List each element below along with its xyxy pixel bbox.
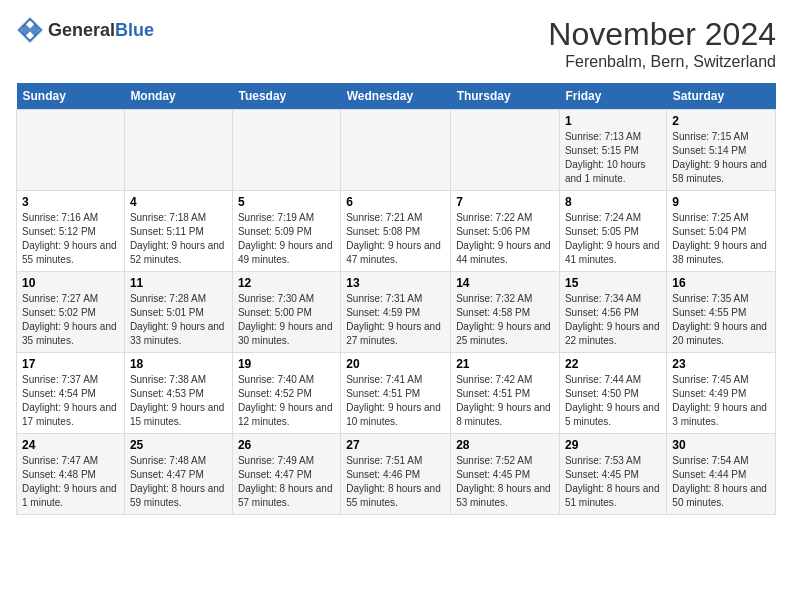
- calendar-cell: 21Sunrise: 7:42 AM Sunset: 4:51 PM Dayli…: [451, 353, 560, 434]
- day-info: Sunrise: 7:37 AM Sunset: 4:54 PM Dayligh…: [22, 373, 119, 429]
- day-info: Sunrise: 7:49 AM Sunset: 4:47 PM Dayligh…: [238, 454, 335, 510]
- day-number: 3: [22, 195, 119, 209]
- calendar-cell: 6Sunrise: 7:21 AM Sunset: 5:08 PM Daylig…: [341, 191, 451, 272]
- day-number: 11: [130, 276, 227, 290]
- day-info: Sunrise: 7:54 AM Sunset: 4:44 PM Dayligh…: [672, 454, 770, 510]
- week-row-2: 3Sunrise: 7:16 AM Sunset: 5:12 PM Daylig…: [17, 191, 776, 272]
- calendar-cell: 7Sunrise: 7:22 AM Sunset: 5:06 PM Daylig…: [451, 191, 560, 272]
- calendar-cell: [232, 110, 340, 191]
- day-info: Sunrise: 7:40 AM Sunset: 4:52 PM Dayligh…: [238, 373, 335, 429]
- calendar-cell: 19Sunrise: 7:40 AM Sunset: 4:52 PM Dayli…: [232, 353, 340, 434]
- day-number: 30: [672, 438, 770, 452]
- day-info: Sunrise: 7:38 AM Sunset: 4:53 PM Dayligh…: [130, 373, 227, 429]
- day-number: 12: [238, 276, 335, 290]
- week-row-4: 17Sunrise: 7:37 AM Sunset: 4:54 PM Dayli…: [17, 353, 776, 434]
- day-number: 26: [238, 438, 335, 452]
- week-row-3: 10Sunrise: 7:27 AM Sunset: 5:02 PM Dayli…: [17, 272, 776, 353]
- day-number: 25: [130, 438, 227, 452]
- logo-text-blue: Blue: [115, 20, 154, 41]
- weekday-header-monday: Monday: [124, 83, 232, 110]
- weekday-header-saturday: Saturday: [667, 83, 776, 110]
- calendar-cell: 20Sunrise: 7:41 AM Sunset: 4:51 PM Dayli…: [341, 353, 451, 434]
- weekday-header-sunday: Sunday: [17, 83, 125, 110]
- day-info: Sunrise: 7:28 AM Sunset: 5:01 PM Dayligh…: [130, 292, 227, 348]
- weekday-header-tuesday: Tuesday: [232, 83, 340, 110]
- calendar-cell: 10Sunrise: 7:27 AM Sunset: 5:02 PM Dayli…: [17, 272, 125, 353]
- day-number: 18: [130, 357, 227, 371]
- day-info: Sunrise: 7:45 AM Sunset: 4:49 PM Dayligh…: [672, 373, 770, 429]
- calendar-cell: 24Sunrise: 7:47 AM Sunset: 4:48 PM Dayli…: [17, 434, 125, 515]
- calendar-cell: 26Sunrise: 7:49 AM Sunset: 4:47 PM Dayli…: [232, 434, 340, 515]
- day-number: 7: [456, 195, 554, 209]
- day-number: 28: [456, 438, 554, 452]
- day-number: 19: [238, 357, 335, 371]
- day-info: Sunrise: 7:27 AM Sunset: 5:02 PM Dayligh…: [22, 292, 119, 348]
- day-info: Sunrise: 7:41 AM Sunset: 4:51 PM Dayligh…: [346, 373, 445, 429]
- week-row-1: 1Sunrise: 7:13 AM Sunset: 5:15 PM Daylig…: [17, 110, 776, 191]
- day-number: 2: [672, 114, 770, 128]
- day-number: 4: [130, 195, 227, 209]
- month-title: November 2024: [548, 16, 776, 53]
- day-number: 23: [672, 357, 770, 371]
- day-number: 8: [565, 195, 661, 209]
- day-number: 21: [456, 357, 554, 371]
- day-number: 24: [22, 438, 119, 452]
- calendar-cell: 9Sunrise: 7:25 AM Sunset: 5:04 PM Daylig…: [667, 191, 776, 272]
- day-info: Sunrise: 7:24 AM Sunset: 5:05 PM Dayligh…: [565, 211, 661, 267]
- day-info: Sunrise: 7:31 AM Sunset: 4:59 PM Dayligh…: [346, 292, 445, 348]
- day-info: Sunrise: 7:13 AM Sunset: 5:15 PM Dayligh…: [565, 130, 661, 186]
- day-info: Sunrise: 7:18 AM Sunset: 5:11 PM Dayligh…: [130, 211, 227, 267]
- day-info: Sunrise: 7:34 AM Sunset: 4:56 PM Dayligh…: [565, 292, 661, 348]
- calendar-cell: 15Sunrise: 7:34 AM Sunset: 4:56 PM Dayli…: [559, 272, 666, 353]
- day-number: 15: [565, 276, 661, 290]
- calendar-cell: 27Sunrise: 7:51 AM Sunset: 4:46 PM Dayli…: [341, 434, 451, 515]
- calendar-cell: 14Sunrise: 7:32 AM Sunset: 4:58 PM Dayli…: [451, 272, 560, 353]
- calendar-cell: 22Sunrise: 7:44 AM Sunset: 4:50 PM Dayli…: [559, 353, 666, 434]
- day-info: Sunrise: 7:19 AM Sunset: 5:09 PM Dayligh…: [238, 211, 335, 267]
- day-info: Sunrise: 7:48 AM Sunset: 4:47 PM Dayligh…: [130, 454, 227, 510]
- day-info: Sunrise: 7:52 AM Sunset: 4:45 PM Dayligh…: [456, 454, 554, 510]
- day-number: 22: [565, 357, 661, 371]
- calendar-cell: 29Sunrise: 7:53 AM Sunset: 4:45 PM Dayli…: [559, 434, 666, 515]
- day-info: Sunrise: 7:35 AM Sunset: 4:55 PM Dayligh…: [672, 292, 770, 348]
- calendar-cell: [124, 110, 232, 191]
- day-number: 10: [22, 276, 119, 290]
- logo-icon: [16, 16, 44, 44]
- day-number: 14: [456, 276, 554, 290]
- day-number: 29: [565, 438, 661, 452]
- calendar-cell: 17Sunrise: 7:37 AM Sunset: 4:54 PM Dayli…: [17, 353, 125, 434]
- logo-text-general: General: [48, 20, 115, 41]
- calendar-cell: 2Sunrise: 7:15 AM Sunset: 5:14 PM Daylig…: [667, 110, 776, 191]
- day-info: Sunrise: 7:42 AM Sunset: 4:51 PM Dayligh…: [456, 373, 554, 429]
- weekday-header-friday: Friday: [559, 83, 666, 110]
- calendar-cell: [451, 110, 560, 191]
- day-info: Sunrise: 7:22 AM Sunset: 5:06 PM Dayligh…: [456, 211, 554, 267]
- calendar-table: SundayMondayTuesdayWednesdayThursdayFrid…: [16, 83, 776, 515]
- day-info: Sunrise: 7:25 AM Sunset: 5:04 PM Dayligh…: [672, 211, 770, 267]
- day-info: Sunrise: 7:21 AM Sunset: 5:08 PM Dayligh…: [346, 211, 445, 267]
- day-info: Sunrise: 7:44 AM Sunset: 4:50 PM Dayligh…: [565, 373, 661, 429]
- calendar-cell: 4Sunrise: 7:18 AM Sunset: 5:11 PM Daylig…: [124, 191, 232, 272]
- calendar-cell: 23Sunrise: 7:45 AM Sunset: 4:49 PM Dayli…: [667, 353, 776, 434]
- day-number: 5: [238, 195, 335, 209]
- day-info: Sunrise: 7:16 AM Sunset: 5:12 PM Dayligh…: [22, 211, 119, 267]
- logo: General Blue: [16, 16, 154, 44]
- calendar-cell: 1Sunrise: 7:13 AM Sunset: 5:15 PM Daylig…: [559, 110, 666, 191]
- weekday-header-wednesday: Wednesday: [341, 83, 451, 110]
- calendar-cell: 13Sunrise: 7:31 AM Sunset: 4:59 PM Dayli…: [341, 272, 451, 353]
- calendar-cell: 5Sunrise: 7:19 AM Sunset: 5:09 PM Daylig…: [232, 191, 340, 272]
- calendar-cell: 18Sunrise: 7:38 AM Sunset: 4:53 PM Dayli…: [124, 353, 232, 434]
- calendar-cell: 12Sunrise: 7:30 AM Sunset: 5:00 PM Dayli…: [232, 272, 340, 353]
- calendar-cell: 8Sunrise: 7:24 AM Sunset: 5:05 PM Daylig…: [559, 191, 666, 272]
- title-area: November 2024 Ferenbalm, Bern, Switzerla…: [548, 16, 776, 71]
- day-info: Sunrise: 7:47 AM Sunset: 4:48 PM Dayligh…: [22, 454, 119, 510]
- calendar-cell: 16Sunrise: 7:35 AM Sunset: 4:55 PM Dayli…: [667, 272, 776, 353]
- calendar-cell: 11Sunrise: 7:28 AM Sunset: 5:01 PM Dayli…: [124, 272, 232, 353]
- weekday-header-row: SundayMondayTuesdayWednesdayThursdayFrid…: [17, 83, 776, 110]
- calendar-cell: 30Sunrise: 7:54 AM Sunset: 4:44 PM Dayli…: [667, 434, 776, 515]
- day-info: Sunrise: 7:53 AM Sunset: 4:45 PM Dayligh…: [565, 454, 661, 510]
- calendar-cell: [17, 110, 125, 191]
- day-info: Sunrise: 7:32 AM Sunset: 4:58 PM Dayligh…: [456, 292, 554, 348]
- location-title: Ferenbalm, Bern, Switzerland: [548, 53, 776, 71]
- header: General Blue November 2024 Ferenbalm, Be…: [16, 16, 776, 71]
